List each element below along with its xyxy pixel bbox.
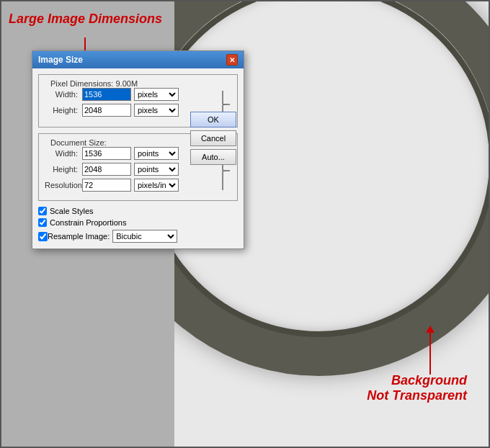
constrain-proportions-checkbox[interactable] <box>38 218 47 227</box>
doc-resolution-input[interactable] <box>82 179 131 192</box>
doc-height-input[interactable] <box>82 163 131 176</box>
dialog-title: Image Size <box>38 55 83 65</box>
buttons-column: OK Cancel Auto... <box>190 112 236 165</box>
close-button[interactable]: ✕ <box>226 54 238 66</box>
arrow-bottom-icon <box>429 331 431 375</box>
annotation-bottom-line1: Background <box>391 373 467 387</box>
doc-height-unit-select[interactable]: points <box>134 163 179 176</box>
cancel-button[interactable]: Cancel <box>190 130 236 146</box>
scale-styles-row: Scale Styles <box>38 207 238 215</box>
doc-resolution-unit-select[interactable]: pixels/inch <box>134 179 179 192</box>
resample-label: Resample Image: <box>48 232 110 241</box>
constrain-proportions-label: Constrain Proportions <box>50 218 126 227</box>
annotation-bottom: Background Not Transparent <box>367 373 467 403</box>
annotation-top: Large Image Dimensions <box>9 12 162 27</box>
constrain-proportions-row: Constrain Proportions <box>38 218 238 227</box>
resample-row: Resample Image: Bicubic <box>38 230 238 243</box>
doc-width-label: Width: <box>45 149 82 158</box>
pixel-width-unit-select[interactable]: pixels <box>134 88 179 101</box>
main-container: Large Image Dimensions Background Not Tr… <box>0 0 490 448</box>
dialog-titlebar: Image Size ✕ <box>32 51 244 68</box>
pixel-width-row: Width: pixels <box>45 88 218 101</box>
image-size-dialog: Image Size ✕ Pixel Dimensions: 9.00M Wid… <box>32 50 244 249</box>
dialog-body: Pixel Dimensions: 9.00M Width: pixels <box>32 68 244 248</box>
pixel-height-unit-select[interactable]: pixels <box>134 104 179 117</box>
scale-styles-label: Scale Styles <box>50 207 94 215</box>
annotation-bottom-line2: Not Transparent <box>367 388 467 403</box>
doc-resolution-label: Resolution: <box>45 181 82 189</box>
scale-styles-checkbox[interactable] <box>38 207 47 215</box>
doc-width-input[interactable] <box>82 147 131 160</box>
pixel-height-label: Height: <box>45 106 82 115</box>
doc-resolution-row: Resolution: pixels/inch <box>45 179 218 192</box>
doc-width-unit-select[interactable]: points <box>134 147 179 160</box>
resample-select[interactable]: Bicubic <box>112 230 177 243</box>
pixel-width-label: Width: <box>45 90 82 99</box>
ok-button[interactable]: OK <box>190 112 236 127</box>
pixel-dimensions-legend: Pixel Dimensions: 9.00M <box>48 79 231 88</box>
pixel-height-input[interactable] <box>82 104 131 117</box>
doc-height-label: Height: <box>45 165 82 174</box>
annotation-top-text: Large Image Dimensions <box>9 12 162 26</box>
resample-checkbox[interactable] <box>38 232 48 241</box>
pixel-width-input[interactable] <box>82 88 131 101</box>
auto-button[interactable]: Auto... <box>190 149 236 165</box>
